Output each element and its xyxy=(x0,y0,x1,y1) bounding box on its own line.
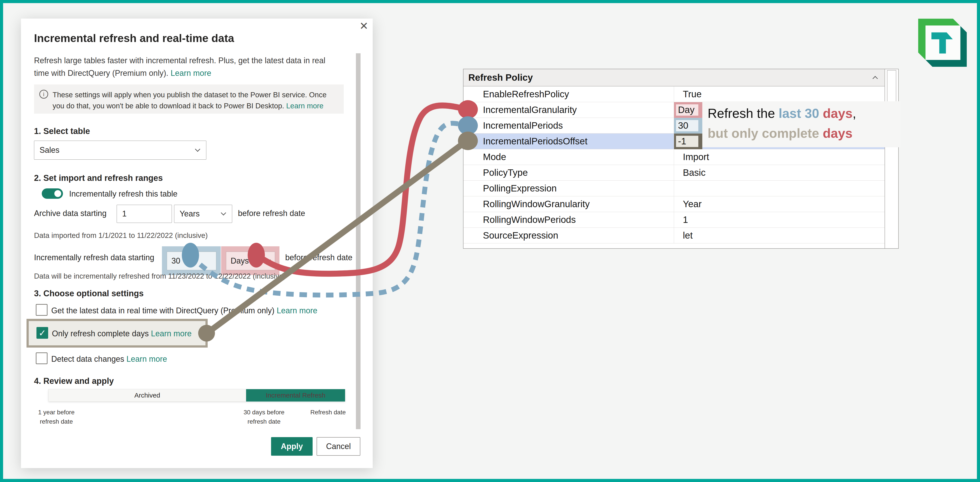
annotation-text-blue: last 30 xyxy=(778,106,823,121)
section-3-heading: 3. Choose optional settings xyxy=(34,289,143,298)
property-name: IncrementalPeriodsOffset xyxy=(463,134,674,149)
info-icon: i xyxy=(39,90,48,99)
directquery-label-text: Get the latest data in real time with Di… xyxy=(51,306,274,315)
chevron-down-icon xyxy=(221,210,226,215)
value-text: 30 xyxy=(676,120,698,131)
property-value xyxy=(674,180,885,196)
apply-button[interactable]: Apply xyxy=(271,437,313,456)
detect-changes-label-text: Detect data changes xyxy=(51,354,124,364)
table-select-value: Sales xyxy=(40,145,59,155)
dialog-title: Incremental refresh and real-time data xyxy=(34,32,234,45)
annotation-text-taupe: but only complete xyxy=(708,126,823,140)
property-name: Mode xyxy=(463,149,674,165)
info-text-body: These settings will apply when you publi… xyxy=(52,91,326,110)
annotation-callout: Refresh the last 30 days, but only compl… xyxy=(702,101,901,147)
table-select[interactable]: Sales xyxy=(34,140,206,160)
complete-days-label-text: Only refresh complete days xyxy=(52,329,149,338)
incremental-value-input[interactable]: 30 xyxy=(167,252,216,270)
property-name: PolicyType xyxy=(463,165,674,180)
annotation-text-red: days xyxy=(823,126,852,140)
table-row[interactable]: Mode Import xyxy=(463,149,885,165)
property-name: SourceExpression xyxy=(463,228,674,243)
complete-days-checkbox[interactable]: ✓ xyxy=(37,327,48,339)
detect-changes-label: Detect data changes Learn more xyxy=(51,354,167,364)
incremental-refresh-dialog: ✕ Incremental refresh and real-time data… xyxy=(21,19,373,468)
axis-mid-line1: 30 days before xyxy=(228,408,301,417)
info-text: These settings will apply when you publi… xyxy=(52,89,339,111)
highlighted-value-offset: -1 xyxy=(674,134,702,149)
info-learn-more-link[interactable]: Learn more xyxy=(286,102,323,110)
section-4-heading: 4. Review and apply xyxy=(34,376,114,386)
dialog-scrollbar[interactable] xyxy=(356,53,361,429)
highlighted-value-periods: 30 xyxy=(674,118,702,134)
incremental-suffix: before refresh date xyxy=(285,253,352,262)
detect-changes-checkbox[interactable] xyxy=(36,353,48,364)
value-text: Year xyxy=(683,199,702,209)
incremental-value: 30 xyxy=(172,256,180,265)
value-text: Day xyxy=(676,104,698,116)
refresh-policy-panel: Refresh Policy EnableRefreshPolicy True … xyxy=(463,69,899,249)
property-value: let xyxy=(674,228,885,243)
property-name: IncrementalGranularity xyxy=(463,102,674,118)
section-2-heading: 2. Set import and refresh ranges xyxy=(34,173,163,183)
archive-unit-select[interactable]: Years xyxy=(174,205,232,223)
refresh-policy-table: Refresh Policy EnableRefreshPolicy True … xyxy=(463,69,885,248)
panel-scrollbar[interactable] xyxy=(885,69,898,248)
property-name: RollingWindowGranularity xyxy=(463,196,674,212)
refresh-note: Data will be incrementally refreshed fro… xyxy=(34,272,286,280)
chevron-up-icon[interactable] xyxy=(872,76,878,81)
value-text: let xyxy=(683,230,693,241)
value-text: True xyxy=(683,89,702,99)
incremental-refresh-toggle[interactable] xyxy=(42,188,63,199)
archive-label: Archive data starting xyxy=(34,209,107,218)
table-row[interactable]: RollingWindowGranularity Year xyxy=(463,196,885,212)
annotation-comma: , xyxy=(853,106,856,121)
property-value: Year xyxy=(674,196,885,212)
cancel-button[interactable]: Cancel xyxy=(317,437,360,456)
complete-days-label: Only refresh complete days Learn more xyxy=(52,329,191,338)
property-value: True xyxy=(674,86,885,102)
archived-segment: Archived xyxy=(48,389,246,402)
close-icon[interactable]: ✕ xyxy=(360,21,368,31)
property-value: 1 xyxy=(674,212,885,228)
axis-left-line2: refresh date xyxy=(30,417,83,426)
value-text: Basic xyxy=(683,168,706,178)
incremental-unit-select[interactable]: Days xyxy=(226,252,275,270)
annotation-text-red: days xyxy=(823,106,852,121)
complete-days-learn-more-link[interactable]: Learn more xyxy=(151,329,191,338)
directquery-learn-more-link[interactable]: Learn more xyxy=(277,306,317,315)
axis-left-line1: 1 year before xyxy=(30,408,83,417)
directquery-checkbox[interactable] xyxy=(36,304,48,316)
page: ✕ Incremental refresh and real-time data… xyxy=(0,0,980,482)
panel-header: Refresh Policy xyxy=(463,69,885,86)
panel-header-title: Refresh Policy xyxy=(468,72,533,83)
property-value: Basic xyxy=(674,165,885,180)
table-row[interactable]: PollingExpression xyxy=(463,180,885,196)
value-text: Import xyxy=(683,152,709,162)
table-row[interactable]: RollingWindowPeriods 1 xyxy=(463,212,885,228)
value-text: -1 xyxy=(676,136,698,147)
refresh-range-bar: Archived Incremental Refresh xyxy=(48,389,345,402)
table-row[interactable]: PolicyType Basic xyxy=(463,165,885,180)
incremental-refresh-segment: Incremental Refresh xyxy=(246,389,345,402)
table-row[interactable]: EnableRefreshPolicy True xyxy=(463,86,885,102)
property-name: EnableRefreshPolicy xyxy=(463,86,674,102)
highlighted-value-granularity: Day xyxy=(674,102,702,118)
annotation-text-black: Refresh the xyxy=(708,106,778,121)
detect-changes-learn-more-link[interactable]: Learn more xyxy=(126,354,167,364)
archive-suffix: before refresh date xyxy=(238,209,305,218)
chevron-down-icon xyxy=(195,146,200,152)
imported-note: Data imported from 1/1/2021 to 11/22/202… xyxy=(34,231,208,240)
directquery-label: Get the latest data in real time with Di… xyxy=(51,306,317,315)
property-name: RollingWindowPeriods xyxy=(463,212,674,228)
toggle-knob xyxy=(54,190,61,197)
incremental-unit-value: Days xyxy=(231,256,249,265)
toggle-label: Incrementally refresh this table xyxy=(69,189,177,198)
brand-logo xyxy=(918,17,967,67)
incremental-label: Incrementally refresh data starting xyxy=(34,253,154,262)
table-row[interactable]: SourceExpression let xyxy=(463,228,885,243)
axis-label-left: 1 year before refresh date xyxy=(30,408,83,426)
chevron-down-icon xyxy=(265,257,270,262)
archive-value-input[interactable]: 1 xyxy=(117,205,172,223)
description-learn-more-link[interactable]: Learn more xyxy=(170,69,211,78)
